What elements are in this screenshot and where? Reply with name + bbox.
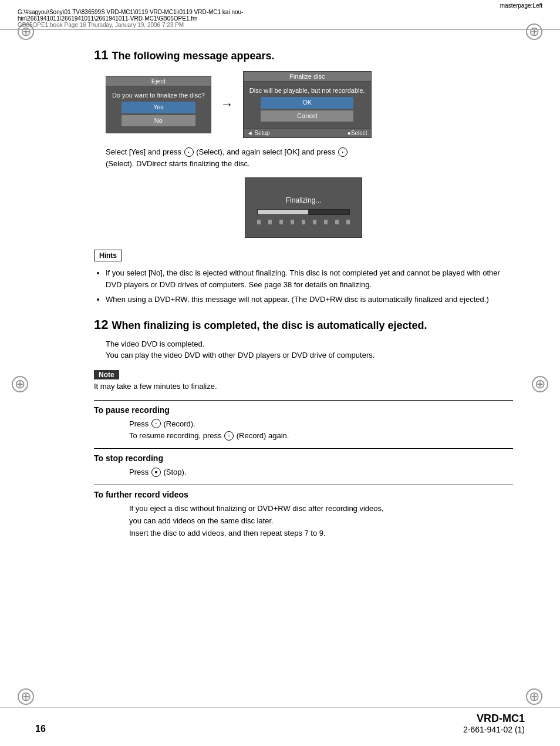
record-button-icon-1 xyxy=(151,419,161,428)
progress-bar-container xyxy=(257,209,350,215)
hints-list: If you select [No], the disc is ejected … xyxy=(106,267,513,305)
tick-1 xyxy=(257,220,261,224)
pause-text-2: (Record). xyxy=(163,419,195,428)
finalize-dialog: Finalize disc Disc will be playable, but… xyxy=(243,71,372,138)
finalizing-body: Finalizing... xyxy=(245,188,362,237)
corner-mark-bl xyxy=(18,688,34,705)
step12-body2: You can play the video DVD with other DV… xyxy=(106,350,513,361)
select-label: ●Select xyxy=(348,130,367,136)
eject-dialog: Eject Do you want to finalize the disc? … xyxy=(106,76,211,133)
cancel-button[interactable]: Cancel xyxy=(261,110,353,122)
hint-item-2: When using a DVD+RW, this message will n… xyxy=(106,294,513,305)
finalize-dialog-footer: ◄ Setup ●Select xyxy=(244,128,371,137)
footer-model-info: VRD-MC1 2-661-941-02 (1) xyxy=(463,713,525,734)
select-button-icon-1 xyxy=(184,147,194,157)
tick-5 xyxy=(302,220,305,224)
hint-item-1: If you select [No], the disc is ejected … xyxy=(106,267,513,290)
stop-text-1: Press xyxy=(129,468,149,476)
step12-body1: The video DVD is completed. xyxy=(106,338,513,350)
stop-text-2: (Stop). xyxy=(163,468,186,476)
tick-8 xyxy=(335,220,339,224)
step11-number: 11 xyxy=(94,48,108,63)
select-button-icon-2 xyxy=(338,147,348,157)
tick-9 xyxy=(346,220,350,224)
progress-bar-fill xyxy=(258,210,308,214)
select-text-2: (Select), and again select [OK] and pres… xyxy=(196,147,335,156)
model-number: VRD-MC1 xyxy=(463,713,525,725)
eject-dialog-title: Eject xyxy=(106,76,211,86)
further-record-text2: you can add videos on the same disc late… xyxy=(129,515,513,527)
arrow-icon: → xyxy=(221,97,234,112)
no-button[interactable]: No xyxy=(122,115,195,126)
main-content: 11 The following message appears. Eject … xyxy=(0,30,560,563)
finalizing-dialog: _ Finalizing... xyxy=(245,177,362,238)
stop-recording-body: Press (Stop). xyxy=(129,466,513,479)
file-meta: GB05OPE1.book Page 16 Thursday, January … xyxy=(18,22,542,28)
tick-2 xyxy=(268,220,272,224)
select-text-1: Select [Yes] and press xyxy=(106,147,181,156)
finalize-dialog-text: Disc will be playable, but not recordabl… xyxy=(249,87,365,94)
eject-dialog-text: Do you want to finalize the disc? xyxy=(112,92,205,99)
page-number: 16 xyxy=(35,724,46,734)
yes-button[interactable]: Yes xyxy=(122,102,195,113)
corner-mark-ml xyxy=(12,376,28,392)
part-number: 2-661-941-02 (1) xyxy=(463,725,525,734)
pause-recording-title: To pause recording xyxy=(94,405,513,415)
select-instructions: Select [Yes] and press (Select), and aga… xyxy=(106,146,513,169)
finalize-dialog-body: Disc will be playable, but not recordabl… xyxy=(244,82,371,128)
step12-number: 12 xyxy=(94,317,108,332)
corner-mark-mr xyxy=(532,376,548,392)
further-record-text3: Insert the disc to add videos, and then … xyxy=(129,527,513,540)
step12-body: The video DVD is completed. You can play… xyxy=(106,338,513,361)
masterpage-label: masterpage:Left xyxy=(18,2,542,9)
tick-4 xyxy=(291,220,294,224)
pause-text-4: (Record) again. xyxy=(237,431,289,440)
step11-header: 11 The following message appears. xyxy=(94,48,513,63)
pause-text-1: Press xyxy=(129,419,149,428)
hints-label: Hints xyxy=(94,250,122,261)
file-path-1: G:\#sagyou\Sony\01 TV\836599S VRD-MC1\01… xyxy=(18,9,542,15)
pause-recording-body: Press (Record). To resume recording, pre… xyxy=(129,418,513,443)
further-record-text1: If you eject a disc without finalizing o… xyxy=(129,503,513,515)
finalizing-text: Finalizing... xyxy=(286,196,322,204)
page-footer: 16 VRD-MC1 2-661-941-02 (1) xyxy=(0,707,560,734)
progress-ticks xyxy=(251,220,356,224)
step12-header: 12 When finalizing is completed, the dis… xyxy=(94,317,513,332)
step12-title: When finalizing is completed, the disc i… xyxy=(112,320,427,332)
eject-dialog-body: Do you want to finalize the disc? Yes No xyxy=(106,86,211,133)
divider-pause xyxy=(94,400,513,401)
note-text: It may take a few minutes to finalize. xyxy=(94,382,513,391)
tick-6 xyxy=(313,220,316,224)
note-label: Note xyxy=(94,370,119,379)
divider-further xyxy=(94,485,513,485)
ok-button[interactable]: OK xyxy=(261,97,353,108)
tick-7 xyxy=(324,220,328,224)
tick-3 xyxy=(279,220,283,224)
pause-recording-text: Press (Record). xyxy=(129,418,513,431)
stop-recording-text: Press (Stop). xyxy=(129,466,513,479)
further-record-title: To further record videos xyxy=(94,490,513,499)
setup-label: ◄ Setup xyxy=(247,130,270,136)
step11-title: The following message appears. xyxy=(112,50,274,62)
file-path-2: hin\2661941011\2661941011\2661941011-VRD… xyxy=(18,15,542,22)
record-button-icon-2 xyxy=(224,431,234,441)
dialogs-area: Eject Do you want to finalize the disc? … xyxy=(106,71,513,138)
divider-stop xyxy=(94,448,513,449)
stop-button-icon xyxy=(151,468,161,477)
corner-mark-br xyxy=(526,688,542,705)
finalizing-area: _ Finalizing... xyxy=(94,177,513,238)
finalize-dialog-title: Finalize disc xyxy=(244,72,371,82)
stop-recording-title: To stop recording xyxy=(94,453,513,463)
select-text-3: (Select). DVDirect starts finalizing the… xyxy=(106,159,250,168)
pause-text-3: To resume recording, press xyxy=(129,431,222,440)
further-record-body: If you eject a disc without finalizing o… xyxy=(129,503,513,539)
pause-recording-resume-text: To resume recording, press (Record) agai… xyxy=(129,430,513,442)
page-header: masterpage:Left G:\#sagyou\Sony\01 TV\83… xyxy=(0,0,560,30)
